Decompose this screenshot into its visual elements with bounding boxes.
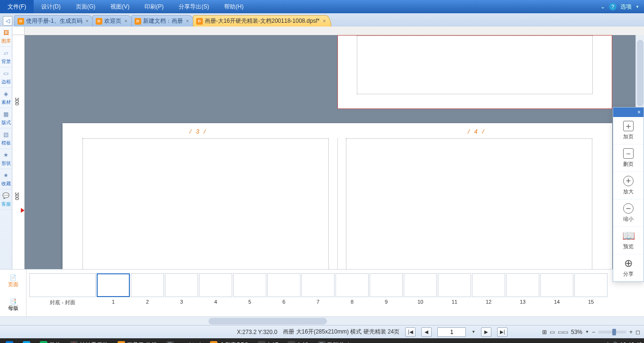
close-icon[interactable]: × [185, 18, 190, 24]
float-tool-放大[interactable]: +放大 [613, 172, 644, 199]
page-thumbnail[interactable]: 4 [199, 273, 232, 305]
page-thumbnail[interactable]: 11 [438, 273, 471, 305]
zoom-slider[interactable] [598, 331, 626, 334]
document-tab[interactable]: D欢迎页× [92, 15, 133, 27]
tool-item[interactable]: ▦版式 [0, 108, 12, 128]
taskbar-item[interactable]: 📁1.17 [254, 340, 282, 343]
page-dropdown-icon[interactable]: ▼ [472, 330, 475, 334]
zoom-dropdown-icon[interactable]: ▼ [585, 330, 589, 334]
tool-item[interactable]: 💬客服 [0, 190, 12, 210]
page-thumbnail[interactable]: 10 [404, 273, 437, 305]
float-tool-缩小[interactable]: −缩小 [613, 199, 644, 227]
close-icon[interactable]: × [84, 18, 90, 24]
back-button[interactable]: ◁ [3, 16, 12, 26]
menu-page[interactable]: 页面(G) [68, 3, 103, 11]
thumb-label: 4 [214, 299, 217, 305]
page-thumbnail[interactable]: 12 [472, 273, 505, 305]
chevron-down-icon[interactable]: ⌄ [600, 3, 605, 10]
doc-icon: D [196, 18, 203, 25]
tab-label: 使用手册-1、生成页码 [26, 17, 82, 25]
panel-close-button[interactable]: × [613, 108, 644, 117]
taskbar-item[interactable]: 📄致职信.doc- [314, 340, 361, 343]
float-tool-加页[interactable]: ＋加页 [613, 117, 644, 144]
nav-last-button[interactable]: ▶| [497, 327, 508, 337]
thumb-label: 6 [282, 299, 285, 305]
menu-view[interactable]: 视图(V) [103, 3, 137, 11]
page-thumbnail[interactable]: 9 [370, 273, 403, 305]
nav-prev-button[interactable]: ◀ [421, 327, 432, 337]
nav-first-button[interactable]: |◀ [405, 327, 416, 337]
document-tab[interactable]: D使用手册-1、生成页码× [14, 15, 94, 27]
ruler-vertical[interactable]: 300300 [12, 35, 25, 269]
menu-help[interactable]: 帮助(H) [217, 3, 251, 11]
page-thumbnail[interactable]: 3 [165, 273, 198, 305]
taskbar-icon: 🔴 [70, 341, 78, 343]
close-icon[interactable]: × [321, 18, 327, 24]
dropdown-icon[interactable]: ▼ [635, 5, 639, 9]
close-icon[interactable]: × [123, 18, 129, 24]
document-tab[interactable]: D新建文档：画册× [131, 15, 195, 27]
taskbar-item[interactable]: ⊞ [2, 340, 17, 343]
page-input[interactable] [437, 327, 466, 337]
tool-item[interactable]: ▱背景 [0, 47, 12, 67]
thumb-label: 15 [588, 299, 594, 305]
float-tool-分享[interactable]: ⊕分享 [613, 254, 644, 281]
tool-item[interactable]: ▤模板 [0, 128, 12, 149]
nav-next-button[interactable]: ▶ [481, 327, 491, 337]
page-spread[interactable]: / 3 / / 4 / [63, 123, 612, 269]
menu-export[interactable]: 分享导出(S) [171, 3, 217, 11]
page-thumbnail[interactable]: 7 [301, 273, 335, 305]
tool-label: 图库 [1, 38, 11, 45]
page-partial-top[interactable] [337, 35, 612, 109]
taskbar-item[interactable]: 📙全印客DPS [206, 340, 252, 343]
page-thumbnail[interactable]: 14 [540, 273, 573, 305]
zoom-in-icon[interactable]: + [629, 329, 633, 335]
help-icon[interactable]: ? [609, 3, 617, 10]
horizontal-scrollbar[interactable] [0, 316, 644, 325]
thumb-label: 13 [520, 299, 526, 305]
taskbar-item[interactable]: 📁1.18 [284, 340, 312, 343]
thumbs-mode-母版[interactable]: 📑母版 [0, 293, 26, 317]
page-thumbnail[interactable]: 13 [506, 273, 539, 305]
taskbar-item[interactable]: 🔴拍拍零后动 [66, 340, 112, 343]
canvas-area[interactable]: / 3 / / 4 / [25, 35, 644, 269]
view-single-icon[interactable]: ▭ [550, 329, 555, 335]
zoom-fit-icon[interactable]: ◻ [635, 329, 640, 335]
floating-tools-panel: × ＋加页－删页+放大−缩小📖预览⊕分享 [613, 107, 644, 282]
page-thumbnail[interactable]: 6 [267, 273, 300, 305]
page-thumbnail[interactable]: 8 [336, 273, 369, 305]
page-thumbnail[interactable]: 2 [131, 273, 164, 305]
view-spread-icon[interactable]: ▭▭ [558, 329, 568, 335]
tool-item[interactable]: ◈素材 [0, 88, 12, 108]
view-mode-icon[interactable]: ⊞ [542, 329, 547, 335]
menubar: 文件(F) 设计(D) 页面(G) 视图(V) 印刷(P) 分享导出(S) 帮助… [0, 0, 644, 13]
thumbnails-strip[interactable]: 封底 - 封面123456789101112131415 [27, 270, 644, 316]
taskbar-item[interactable]: 💬微信 [36, 340, 64, 343]
tool-item[interactable]: ★形状 [0, 149, 12, 169]
float-tool-预览[interactable]: 📖预览 [613, 227, 644, 254]
page-thumbnail[interactable]: 封底 - 封面 [29, 273, 96, 306]
taskbar-item[interactable]: 📁更见了 件板 [114, 340, 161, 343]
taskbar-item[interactable]: 🌐 [19, 340, 34, 343]
menu-print[interactable]: 印刷(P) [137, 3, 171, 11]
float-tool-icon: ＋ [623, 121, 634, 131]
thumb-label: 12 [486, 299, 491, 305]
page-thumbnail[interactable]: 15 [574, 273, 608, 305]
status-coords: X:273.2 Y:320.0 [237, 329, 277, 335]
tool-label: 素材 [1, 99, 11, 106]
options-label[interactable]: 选项 [620, 3, 632, 11]
float-tool-icon: ⊕ [623, 258, 634, 269]
left-toolbar: 🖼图库▱背景▭边框◈素材▦版式▤模板★形状★收藏💬客服 [0, 27, 12, 269]
tool-item[interactable]: 🖼图库 [0, 27, 12, 47]
page-thumbnail[interactable]: 1 [97, 273, 130, 305]
document-tab[interactable]: D画册-大16开硬壳精装-文档200118-1008.dpsf*× [193, 15, 332, 27]
tool-item[interactable]: ★收藏 [0, 169, 12, 190]
thumbs-mode-页面[interactable]: 📄页面 [0, 270, 26, 293]
float-tool-删页[interactable]: －删页 [613, 144, 644, 172]
menu-design[interactable]: 设计(D) [34, 3, 68, 11]
zoom-out-icon[interactable]: − [592, 329, 595, 335]
tool-item[interactable]: ▭边框 [0, 67, 12, 88]
taskbar-item[interactable]: 📄newchtn ( [163, 340, 204, 343]
page-thumbnail[interactable]: 5 [233, 273, 266, 305]
menu-file[interactable]: 文件(F) [0, 0, 34, 13]
